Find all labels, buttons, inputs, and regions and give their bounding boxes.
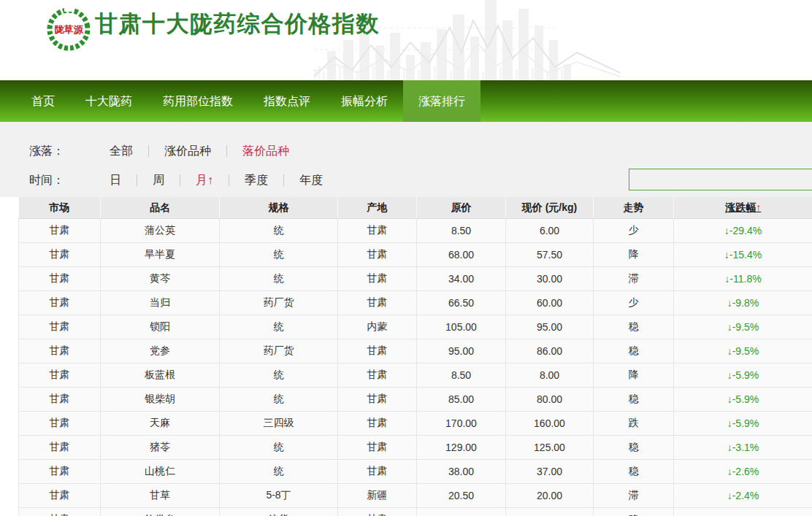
search-input[interactable] bbox=[629, 169, 812, 190]
table-cell: 34.00 bbox=[417, 267, 506, 291]
table-cell: 37.00 bbox=[506, 460, 594, 484]
table-cell: 甘肃 bbox=[19, 219, 101, 243]
table-cell: 甘肃 bbox=[19, 484, 101, 508]
table-row: 甘肃旱半夏统甘肃68.0057.50降↓-15.4% bbox=[19, 243, 812, 267]
nav-item-part-index[interactable]: 药用部位指数 bbox=[148, 80, 248, 122]
nav-item-amplitude[interactable]: 振幅分析 bbox=[326, 80, 403, 122]
table-cell: 天麻 bbox=[101, 412, 220, 436]
table-cell: 统 bbox=[220, 363, 338, 388]
table-cell: 板蓝根 bbox=[101, 363, 220, 388]
table-cell: 甘肃 bbox=[338, 219, 417, 243]
table-cell: 170.00 bbox=[417, 412, 506, 436]
table-cell: 160.00 bbox=[506, 412, 594, 436]
table-cell: 党参 bbox=[101, 339, 220, 363]
table-cell: 稳 bbox=[594, 339, 674, 363]
table-cell: 182.00 bbox=[417, 508, 506, 516]
table-cell: 30.00 bbox=[506, 267, 594, 291]
table-cell: 甘肃 bbox=[19, 267, 101, 291]
table-cell: 甘肃 bbox=[338, 436, 417, 460]
filter-option-price-up[interactable]: 涨价品种 bbox=[164, 144, 211, 159]
table-cell: 85.00 bbox=[417, 388, 506, 412]
column-header: 现价 (元/kg) bbox=[506, 197, 594, 219]
table-cell: 纹党参 bbox=[101, 508, 220, 516]
table-row: 甘肃锁阳统内蒙105.0095.00稳↓-9.5% bbox=[19, 315, 812, 339]
table-cell: ↓-2.6% bbox=[674, 460, 812, 484]
table-cell: ↓-29.4% bbox=[674, 219, 812, 243]
table-cell: 统 bbox=[220, 243, 338, 267]
nav-item-rank[interactable]: 涨落排行 bbox=[403, 80, 480, 122]
table-cell: 稳 bbox=[594, 460, 674, 484]
table-cell: 5-8丁 bbox=[220, 484, 338, 508]
filter-option-week[interactable]: 周 bbox=[153, 173, 164, 188]
page-title: 甘肃十大陇药综合价格指数 bbox=[95, 9, 380, 39]
filter-option-quarter[interactable]: 季度 bbox=[245, 173, 268, 188]
table-cell: 药厂货 bbox=[220, 291, 338, 315]
table-row: 甘肃板蓝根统甘肃8.508.00降↓-5.9% bbox=[19, 363, 812, 388]
filter-option-price-down[interactable]: 落价品种 bbox=[242, 144, 289, 159]
table-cell: 统 bbox=[220, 460, 338, 484]
table-cell: ↓-3.1% bbox=[674, 436, 812, 460]
table-cell: 95.00 bbox=[506, 315, 594, 339]
table-cell: 稳 bbox=[594, 508, 674, 516]
table-cell: 甘肃 bbox=[19, 315, 101, 339]
table-cell: 黄芩 bbox=[101, 267, 220, 291]
table-row: 甘肃天麻三四级甘肃170.00160.00跌↓-5.9% bbox=[19, 412, 812, 436]
table-cell: ↓-9.5% bbox=[674, 315, 812, 339]
table-cell: 滞 bbox=[594, 267, 674, 291]
table-cell: 降 bbox=[594, 243, 674, 267]
filter-option-day[interactable]: 日 bbox=[110, 173, 121, 188]
table-cell: 60.00 bbox=[506, 291, 594, 315]
table-cell: 滞 bbox=[594, 484, 674, 508]
site-header: 陇草源 甘肃十大陇药综合价格指数 bbox=[0, 0, 812, 80]
table-cell: 新疆 bbox=[338, 484, 417, 508]
table-cell: 8.50 bbox=[417, 363, 506, 388]
table-cell: 8.50 bbox=[417, 219, 506, 243]
table-cell: 当归 bbox=[101, 291, 220, 315]
logo-text: 陇草源 bbox=[55, 24, 84, 35]
table-row: 甘肃猪苓统甘肃129.00125.00稳↓-3.1% bbox=[19, 436, 812, 460]
filter-group-label: 时间： bbox=[29, 173, 110, 188]
table-cell: 甘肃 bbox=[19, 243, 101, 267]
table-cell: 甘肃 bbox=[338, 388, 417, 412]
separator bbox=[137, 174, 137, 186]
table-cell: 药厂货 bbox=[220, 339, 338, 363]
table-cell: 统 bbox=[220, 267, 338, 291]
table-cell: 甘肃 bbox=[338, 339, 417, 363]
column-header-sort-change[interactable]: 涨跌幅↑ bbox=[674, 197, 812, 219]
column-header: 产地 bbox=[338, 197, 417, 219]
nav-item-index-review[interactable]: 指数点评 bbox=[248, 80, 326, 122]
table-cell: 稳 bbox=[594, 436, 674, 460]
table-cell: 甘肃 bbox=[338, 460, 417, 484]
price-rank-table: 市场品名规格产地原价现价 (元/kg)走势涨跌幅↑ 甘肃蒲公英统甘肃8.506.… bbox=[18, 197, 812, 516]
table-cell: 山桃仁 bbox=[101, 460, 220, 484]
table-cell: 甘肃 bbox=[338, 291, 417, 315]
filter-option-all[interactable]: 全部 bbox=[110, 144, 133, 159]
main-nav: 首页十大陇药药用部位指数指数点评振幅分析涨落排行 bbox=[0, 80, 812, 122]
table-cell: 统 bbox=[220, 219, 338, 243]
filter-group-label: 涨落： bbox=[29, 144, 110, 159]
table-cell: ↓-9.8% bbox=[674, 291, 812, 315]
column-header: 品名 bbox=[101, 197, 220, 219]
table-cell: 129.00 bbox=[417, 436, 506, 460]
table-cell: 甘肃 bbox=[19, 508, 101, 516]
table-cell: 蒲公英 bbox=[101, 219, 220, 243]
filter-option-year[interactable]: 年度 bbox=[299, 173, 323, 188]
table-cell: 少 bbox=[594, 219, 674, 243]
table-cell: 甘草 bbox=[101, 484, 220, 508]
table-cell: 银柴胡 bbox=[101, 388, 220, 412]
table-cell: 跌 bbox=[594, 412, 674, 436]
table-cell: 统 bbox=[220, 388, 338, 412]
table-row: 甘肃银柴胡统甘肃85.0080.00稳↓-5.9% bbox=[19, 388, 812, 412]
table-cell: 125.00 bbox=[506, 436, 594, 460]
filter-option-month[interactable]: 月↑ bbox=[196, 173, 213, 188]
nav-item-home[interactable]: 首页 bbox=[16, 80, 70, 122]
column-header: 规格 bbox=[220, 197, 338, 219]
table-cell: 20.50 bbox=[417, 484, 506, 508]
table-cell: 统货 bbox=[220, 508, 338, 516]
table-row: 甘肃蒲公英统甘肃8.506.00少↓-29.4% bbox=[19, 219, 812, 243]
nav-item-top-ten[interactable]: 十大陇药 bbox=[70, 80, 148, 122]
table-cell: 稳 bbox=[594, 315, 674, 339]
table-cell: ↓-11.8% bbox=[674, 267, 812, 291]
table-row: 甘肃纹党参统货甘肃182.00180.00稳↓-1.1% bbox=[19, 508, 812, 516]
table-cell: ↓-5.9% bbox=[674, 388, 812, 412]
